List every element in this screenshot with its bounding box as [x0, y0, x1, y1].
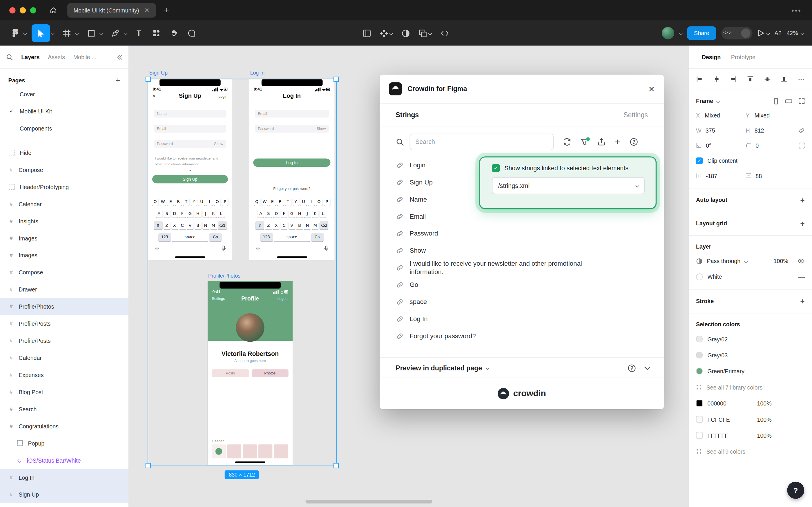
- dev-mode-toggle[interactable]: </>: [721, 27, 752, 40]
- password-field[interactable]: Password Show: [255, 125, 329, 132]
- preview-chevron-icon[interactable]: [486, 366, 489, 370]
- key[interactable]: K: [312, 209, 318, 218]
- tidy-up-icon[interactable]: [798, 76, 804, 82]
- main-menu-button[interactable]: [7, 24, 23, 42]
- key[interactable]: ⇧: [255, 221, 264, 229]
- align-v-center-icon[interactable]: [764, 76, 770, 82]
- layer-row[interactable]: #Drawer: [0, 281, 128, 298]
- profile-frame[interactable]: 9:41 Settings Logout Profile Victoriia R…: [208, 281, 293, 465]
- y-value[interactable]: Mixed: [755, 112, 770, 118]
- password-field[interactable]: Password Show: [154, 140, 226, 148]
- page-row[interactable]: Components: [0, 119, 128, 136]
- dialog-close-icon[interactable]: ✕: [648, 85, 654, 93]
- frame-tool-chevron-icon[interactable]: [75, 31, 79, 35]
- boolean-ops-icon[interactable]: [419, 29, 431, 37]
- add-page-button[interactable]: +: [116, 76, 120, 84]
- key[interactable]: F: [281, 209, 287, 218]
- opacity-value[interactable]: 100%: [774, 258, 788, 264]
- remove-fill-button[interactable]: —: [798, 273, 805, 280]
- key[interactable]: I: [308, 197, 315, 206]
- page-row[interactable]: ✓Mobile UI Kit: [0, 103, 128, 120]
- string-row[interactable]: Show: [380, 242, 664, 259]
- move-tool-chevron-icon[interactable]: [51, 31, 55, 35]
- layer-row[interactable]: #Sign Up: [0, 486, 128, 503]
- align-bottom-icon[interactable]: [781, 76, 787, 82]
- color-swatch[interactable]: [696, 368, 703, 375]
- tab-photos[interactable]: Photos: [251, 369, 289, 377]
- horizontal-padding-value[interactable]: -187: [706, 173, 717, 179]
- tab-layers[interactable]: Layers: [21, 54, 40, 60]
- email-field[interactable]: Email: [255, 110, 329, 118]
- key[interactable]: J: [304, 209, 310, 218]
- key[interactable]: D: [171, 209, 178, 218]
- key[interactable]: N: [304, 221, 310, 229]
- resources-tool-button[interactable]: [149, 24, 164, 42]
- photo-thumbnail[interactable]: [258, 444, 272, 458]
- color-swatch[interactable]: [696, 432, 703, 439]
- selection-color-row[interactable]: 000000100%: [696, 395, 805, 411]
- show-password-link[interactable]: Show: [214, 142, 223, 146]
- layer-row[interactable]: #Images: [0, 229, 128, 246]
- key[interactable]: U: [198, 197, 205, 206]
- key[interactable]: S: [163, 209, 170, 218]
- selection-handle[interactable]: [334, 463, 339, 468]
- email-field[interactable]: Email: [154, 125, 226, 132]
- key[interactable]: G: [289, 209, 295, 218]
- key[interactable]: C: [179, 221, 186, 229]
- key[interactable]: R: [175, 197, 182, 206]
- key[interactable]: H: [194, 209, 201, 218]
- key[interactable]: Z: [265, 221, 272, 229]
- user-avatar[interactable]: [662, 27, 674, 40]
- preview-title[interactable]: Preview in duplicated page: [396, 364, 482, 372]
- signup-button[interactable]: Sign Up: [152, 175, 228, 184]
- add-layout-grid-button[interactable]: +: [800, 219, 805, 227]
- fill-swatch[interactable]: [696, 273, 703, 280]
- tab-strings[interactable]: Strings: [396, 111, 419, 119]
- mic-icon[interactable]: [222, 245, 226, 251]
- signup-frame[interactable]: 9:41 × Login Sign Up Name Email Password…: [148, 78, 232, 260]
- frame-preset-chevron-icon[interactable]: [716, 99, 720, 103]
- name-field[interactable]: Name: [154, 110, 226, 118]
- key[interactable]: S: [265, 209, 272, 218]
- string-row[interactable]: Forgot your password?: [380, 328, 664, 345]
- move-tool-button[interactable]: [32, 24, 50, 42]
- key[interactable]: M: [312, 221, 318, 229]
- page-row[interactable]: Cover: [0, 86, 128, 103]
- share-button[interactable]: Share: [687, 26, 716, 40]
- key[interactable]: T: [183, 197, 189, 206]
- key[interactable]: space: [274, 233, 310, 242]
- horizontal-scrollbar[interactable]: [306, 500, 432, 504]
- key[interactable]: R: [277, 197, 283, 206]
- key[interactable]: V: [289, 221, 295, 229]
- key[interactable]: Q: [152, 197, 158, 206]
- key[interactable]: I: [206, 197, 213, 206]
- window-more-icon[interactable]: •••: [792, 6, 802, 14]
- frame-section-title[interactable]: Frame: [696, 98, 713, 104]
- key[interactable]: 123: [260, 233, 273, 242]
- key[interactable]: M: [210, 221, 217, 229]
- selection-color-row[interactable]: FFFFFF100%: [696, 427, 805, 443]
- mask-icon[interactable]: [402, 29, 410, 37]
- close-tab-icon[interactable]: ✕: [144, 7, 149, 13]
- key[interactable]: B: [296, 221, 303, 229]
- layer-row[interactable]: #Calendar: [0, 349, 128, 366]
- document-tab[interactable]: Mobile UI kit (Community) ✕: [67, 3, 156, 18]
- key[interactable]: L: [218, 209, 225, 218]
- key[interactable]: A: [156, 209, 162, 218]
- photo-thumbnail[interactable]: [212, 444, 226, 458]
- see-all-colors-link[interactable]: See all 9 colors: [696, 444, 805, 459]
- tab-page-name[interactable]: Mobile ...: [73, 54, 97, 60]
- key[interactable]: J: [202, 209, 209, 218]
- emoji-icon[interactable]: ☺: [255, 245, 260, 251]
- layer-row[interactable]: #Profile/Posts: [0, 315, 128, 332]
- layer-row[interactable]: #Profile/Photos: [0, 298, 128, 315]
- component-menu-icon[interactable]: [380, 29, 393, 37]
- home-icon[interactable]: [50, 7, 57, 14]
- selection-color-row[interactable]: Gray/02: [696, 331, 805, 347]
- shape-tool-chevron-icon[interactable]: [100, 31, 103, 35]
- login-frame[interactable]: 9:41 Log In Email Password Show Log In F…: [249, 78, 335, 260]
- color-opacity[interactable]: 100%: [757, 432, 771, 438]
- show-password-link[interactable]: Show: [317, 127, 326, 130]
- tab-assets[interactable]: Assets: [48, 54, 65, 60]
- frame-label-login[interactable]: Log In: [250, 70, 265, 76]
